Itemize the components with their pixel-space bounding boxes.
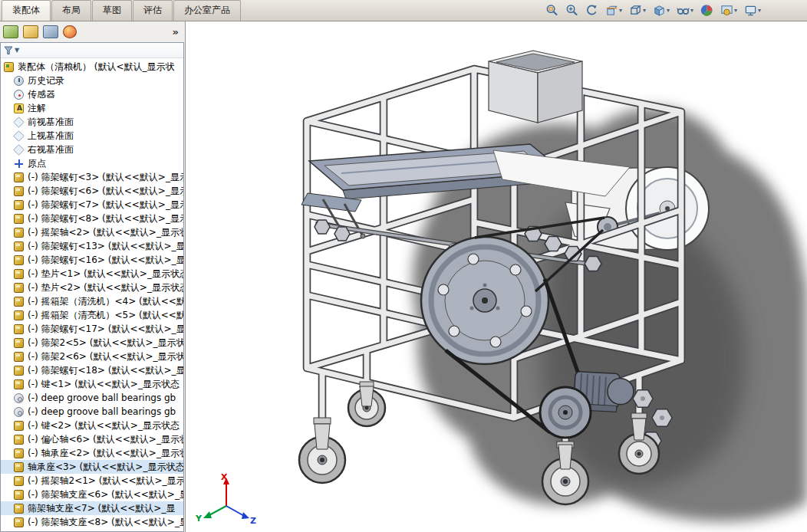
- tree-item[interactable]: (-) 垫片<2> (默认<<默认>_显示状态: [1, 281, 183, 294]
- tree-item[interactable]: (-) 筛架轴支座<8> (默认<<默认>_显: [1, 515, 183, 529]
- part-icon: [14, 283, 24, 293]
- model-motor-pulley[interactable]: [540, 387, 591, 438]
- tree-item[interactable]: 筛架轴支座<7> (默认<<默认>_显: [1, 501, 183, 515]
- previous-view-icon[interactable]: [584, 3, 600, 18]
- tree-item[interactable]: (-) 筛架螺钉<18> (默认<<默认>_显: [1, 363, 183, 377]
- tree-item[interactable]: (-) 键<1> (默认<<默认>_显示状态 1: [1, 377, 183, 391]
- tree-item[interactable]: (-) 筛架螺钉<6> (默认<<默认>_显示: [1, 184, 183, 198]
- tree-item[interactable]: 轴承座<3> (默认<<默认>_显示状态: [1, 460, 183, 474]
- tree-item-label: 历史记录: [28, 74, 64, 87]
- tree-item[interactable]: (-) 轴承座<2> (默认<<默认>_显示状: [1, 446, 183, 460]
- tree-item[interactable]: (-) 摇箱架（清亮机）<5> (默认<<默: [1, 308, 183, 322]
- hide-show-items-icon[interactable]: ▾: [675, 3, 695, 18]
- zoom-fit-icon[interactable]: [544, 3, 560, 18]
- tree-item[interactable]: (-) 筛架2<5> (默认<<默认>_显示状: [1, 336, 183, 350]
- headsup-toolbar: ▾▾▾▾▾▾: [544, 3, 763, 18]
- assembly-icon: [4, 62, 14, 72]
- tree-item[interactable]: (-) 筛架轴支座<6> (默认<<默认>_显: [1, 488, 183, 501]
- part-icon: [14, 379, 24, 389]
- part-icon: [14, 517, 24, 527]
- tree-item-label: (-) 键<2> (默认<<默认>_显示状态 1: [28, 419, 183, 432]
- tree-item-label: (-) 筛架螺钉<18> (默认<<默认>_显: [28, 364, 183, 377]
- tree-item[interactable]: (-) 摇架轴<2> (默认<<默认>_显示状: [1, 225, 183, 239]
- command-tabs: 装配体布局草图评估办公室产品: [2, 0, 242, 21]
- tree-item-label: 原点: [28, 157, 46, 170]
- part-icon: [14, 324, 24, 334]
- tree-item[interactable]: (-) 筛架螺钉<16> (默认<<默认>_显: [1, 253, 183, 267]
- tree-filter[interactable]: ▼: [1, 43, 183, 58]
- tree-item[interactable]: (-) 筛架螺钉<7> (默认<<默认>_显示: [1, 198, 183, 212]
- tree-item-label: (-) 偏心轴<6> (默认<<默认>_显示状: [28, 433, 183, 446]
- dropdown-arrow-icon[interactable]: ▾: [667, 7, 670, 14]
- dropdown-arrow-icon[interactable]: ▾: [619, 7, 622, 14]
- assembly-model[interactable]: X Y Z: [186, 21, 807, 532]
- tab-sketch[interactable]: 草图: [92, 0, 132, 21]
- tree-item[interactable]: (-) 键<2> (默认<<默认>_显示状态 1: [1, 419, 183, 432]
- tree-item[interactable]: (-) 筛架螺钉<3> (默认<<默认>_显示: [1, 170, 183, 184]
- tree-item[interactable]: (-) deep groove ball bearings gb: [1, 405, 183, 419]
- propertymanager-tab[interactable]: [23, 25, 38, 38]
- tab-evaluate[interactable]: 评估: [133, 0, 173, 21]
- dropdown-arrow-icon[interactable]: ▾: [643, 7, 646, 14]
- tree-item[interactable]: (-) 摇箱架（清洗机）<4> (默认<<默: [1, 294, 183, 308]
- tree-item[interactable]: 前视基准面: [1, 115, 183, 129]
- tree-item-label: (-) 键<1> (默认<<默认>_显示状态 1: [28, 378, 183, 391]
- tree-item-label: (-) 筛架螺钉<16> (默认<<默认>_显: [28, 254, 183, 267]
- plane-icon: [13, 117, 25, 128]
- panel-tabs: »: [0, 21, 185, 42]
- apply-scene-icon[interactable]: ▾: [719, 3, 739, 18]
- configurationmanager-tab[interactable]: [43, 25, 58, 38]
- part-icon: [14, 241, 24, 251]
- tree-item-label: (-) 垫片<1> (默认<<默认>_显示状态: [28, 268, 183, 281]
- tab-assembly[interactable]: 装配体: [2, 0, 51, 21]
- tree-item-label: (-) 筛架2<5> (默认<<默认>_显示状: [28, 337, 183, 350]
- tree-item-label: (-) 轴承座<2> (默认<<默认>_显示状: [28, 447, 183, 460]
- tree-item[interactable]: 历史记录: [1, 74, 183, 87]
- tree-item[interactable]: 装配体（清粮机） (默认<默认_显示状: [1, 60, 183, 74]
- tab-office-products[interactable]: 办公室产品: [173, 0, 241, 21]
- tree-item[interactable]: (-) 筛架螺钉<13> (默认<<默认>_显: [1, 239, 183, 253]
- triad-z-label: Z: [250, 516, 256, 526]
- tree-item[interactable]: 右视基准面: [1, 143, 183, 156]
- feature-manager-panel: » ▼ 装配体（清粮机） (默认<默认_显示状历史记录传感器注解前视基准面上视基…: [0, 21, 186, 532]
- tree-item[interactable]: 传感器: [1, 87, 183, 101]
- dropdown-arrow-icon[interactable]: ▾: [734, 7, 737, 14]
- model-big-pulley[interactable]: [421, 237, 548, 364]
- dropdown-arrow-icon[interactable]: ▾: [758, 7, 761, 14]
- tree-item-label: 上视基准面: [28, 130, 74, 143]
- featuremanager-tab[interactable]: [3, 25, 18, 38]
- filter-dropdown-arrow[interactable]: ▼: [15, 47, 19, 54]
- model-hopper[interactable]: [489, 51, 582, 123]
- dropdown-arrow-icon[interactable]: ▾: [690, 7, 693, 14]
- tree-item[interactable]: (-) 筛架螺钉<8> (默认<<默认>_显示: [1, 212, 183, 225]
- tree-item-label: (-) 筛架螺钉<17> (默认<<默认>_显: [28, 323, 183, 336]
- edit-appearance-icon[interactable]: [699, 3, 715, 18]
- tree-item-label: 轴承座<3> (默认<<默认>_显示状态: [28, 461, 183, 474]
- zoom-area-icon[interactable]: [564, 3, 580, 18]
- tree-item[interactable]: (-) 筛架螺钉<17> (默认<<默认>_显: [1, 322, 183, 336]
- bearing-icon: [14, 407, 24, 417]
- tab-layout[interactable]: 布局: [51, 0, 91, 21]
- tree-item[interactable]: 上视基准面: [1, 129, 183, 143]
- part-icon: [14, 310, 24, 320]
- tree-item-label: (-) 筛架螺钉<6> (默认<<默认>_显示: [28, 185, 183, 198]
- tree-item[interactable]: (-) deep groove ball bearings gb: [1, 391, 183, 405]
- tree-item[interactable]: 原点: [1, 156, 183, 170]
- model-wheel[interactable]: [299, 418, 345, 483]
- cad-viewport[interactable]: X Y Z: [186, 21, 807, 532]
- tree-item[interactable]: (-) 摇架轴2<1> (默认<<默认>_显示: [1, 474, 183, 488]
- display-style-icon[interactable]: ▾: [651, 3, 671, 18]
- displaymanager-tab[interactable]: [63, 25, 77, 38]
- section-view-icon[interactable]: ▾: [604, 3, 624, 18]
- tree-item[interactable]: (-) 垫片<1> (默认<<默认>_显示状态: [1, 267, 183, 281]
- panel-overflow-button[interactable]: »: [170, 26, 182, 38]
- view-settings-icon[interactable]: ▾: [743, 3, 763, 18]
- tree-item[interactable]: (-) 偏心轴<6> (默认<<默认>_显示状: [1, 432, 183, 446]
- view-orientation-icon[interactable]: ▾: [627, 3, 647, 18]
- part-icon: [14, 421, 24, 431]
- tree-item[interactable]: 注解: [1, 101, 183, 115]
- part-icon: [14, 504, 24, 514]
- filter-funnel-icon[interactable]: [4, 46, 13, 55]
- tree-item[interactable]: (-) 筛架2<6> (默认<<默认>_显示状: [1, 350, 183, 363]
- part-icon: [14, 366, 24, 376]
